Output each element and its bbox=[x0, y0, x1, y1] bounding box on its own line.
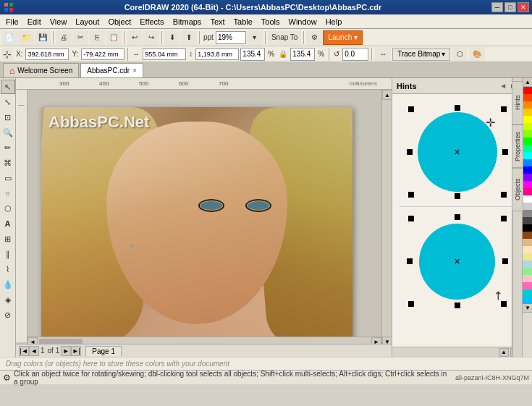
color-swatch[interactable] bbox=[523, 138, 532, 145]
cut-button[interactable]: ✂ bbox=[72, 30, 88, 45]
handle2-bottom[interactable] bbox=[455, 303, 460, 308]
handle2-right[interactable] bbox=[502, 258, 508, 264]
color-swatch[interactable] bbox=[523, 297, 532, 304]
close-button[interactable]: ✕ bbox=[518, 2, 529, 12]
color-swatch[interactable] bbox=[523, 195, 532, 203]
handle-bl[interactable] bbox=[408, 192, 414, 198]
scroll-track[interactable] bbox=[382, 100, 392, 337]
import-button[interactable]: ⬇ bbox=[164, 30, 180, 45]
scale2-input[interactable] bbox=[290, 48, 315, 61]
color-swatch[interactable] bbox=[523, 261, 532, 268]
hints-scroll-up[interactable]: ▲ bbox=[499, 348, 509, 357]
hints-scrollbar[interactable]: ▲ ▼ bbox=[392, 347, 522, 357]
parallel-tool[interactable]: ∥ bbox=[1, 247, 15, 261]
last-page-button[interactable]: ►| bbox=[71, 346, 81, 356]
menu-item-file[interactable]: File bbox=[1, 16, 23, 28]
color-swatch[interactable] bbox=[523, 109, 532, 116]
width-input[interactable] bbox=[143, 48, 186, 60]
handle-left[interactable] bbox=[407, 149, 413, 155]
color-swatch[interactable] bbox=[523, 289, 532, 297]
open-button[interactable]: 📁 bbox=[18, 30, 34, 45]
scale1-input[interactable] bbox=[240, 48, 265, 61]
color-swatch[interactable] bbox=[523, 174, 532, 181]
interactive-fill[interactable]: ◈ bbox=[1, 292, 15, 307]
undo-button[interactable]: ↩ bbox=[127, 30, 143, 45]
zoom-input[interactable] bbox=[216, 31, 246, 44]
color-swatch[interactable] bbox=[523, 123, 532, 130]
smart-drawing[interactable]: ⊘ bbox=[1, 308, 15, 322]
select-tool-btn[interactable]: ⊹ bbox=[1, 48, 13, 60]
rectangle-tool[interactable]: ▭ bbox=[1, 171, 15, 185]
text-tool[interactable]: A bbox=[1, 216, 15, 231]
eyedropper-tool[interactable]: 💧 bbox=[1, 277, 15, 292]
color-swatch[interactable] bbox=[523, 166, 532, 174]
handle-right[interactable] bbox=[502, 149, 508, 155]
menu-item-edit[interactable]: Edit bbox=[23, 16, 46, 28]
select-tool[interactable]: ↖ bbox=[1, 80, 15, 94]
smart-fill[interactable]: ⌘ bbox=[1, 156, 15, 170]
palette-scroll-up[interactable]: ▲ bbox=[523, 78, 532, 87]
color-swatch[interactable] bbox=[523, 101, 532, 109]
handle2-tl[interactable] bbox=[408, 216, 414, 221]
zoom-tool[interactable]: 🔍 bbox=[1, 125, 15, 140]
menu-item-table[interactable]: Table bbox=[229, 16, 257, 28]
settings-gear-icon[interactable]: ⚙ bbox=[3, 373, 11, 383]
copy-button[interactable]: ⎘ bbox=[89, 30, 105, 45]
menu-item-window[interactable]: Window bbox=[284, 16, 321, 28]
color-swatch[interactable] bbox=[523, 282, 532, 289]
color-swatch[interactable] bbox=[523, 130, 532, 138]
hints-prev-arrow[interactable]: ◄ bbox=[499, 81, 507, 90]
color-swatch[interactable] bbox=[523, 94, 532, 101]
canvas-area[interactable]: 300 400 500 600 700 millimeters │ bbox=[16, 78, 392, 357]
color-swatch[interactable] bbox=[523, 268, 532, 275]
color-swatch[interactable] bbox=[523, 253, 532, 261]
menu-item-help[interactable]: Help bbox=[321, 16, 347, 28]
handle2-br[interactable] bbox=[501, 301, 507, 307]
x-coord-input[interactable] bbox=[25, 48, 69, 60]
color-swatch[interactable] bbox=[523, 152, 532, 159]
tab-abbaspccdr[interactable]: AbbasPC.cdr × bbox=[80, 63, 143, 77]
color-swatch[interactable] bbox=[523, 87, 532, 94]
menu-item-tools[interactable]: Tools bbox=[257, 16, 284, 28]
export-button[interactable]: ⬆ bbox=[181, 30, 197, 45]
table-tool[interactable]: ⊞ bbox=[1, 232, 15, 246]
color-swatch[interactable] bbox=[523, 116, 532, 123]
zoom-dropdown[interactable]: ▾ bbox=[247, 30, 263, 45]
prev-page-button[interactable]: ◄ bbox=[29, 346, 39, 356]
freehand-tool2[interactable]: ✏ bbox=[1, 140, 15, 155]
save-button[interactable]: 💾 bbox=[35, 30, 51, 45]
trace-bitmap-button[interactable]: Trace Bitmap ▾ bbox=[392, 48, 450, 61]
tab-close-icon[interactable]: × bbox=[132, 67, 137, 75]
edit-bitmap-btn[interactable]: ⬡ bbox=[452, 47, 468, 62]
rotation-input[interactable] bbox=[342, 48, 368, 61]
color-swatch[interactable] bbox=[523, 159, 532, 166]
color-swatch[interactable] bbox=[523, 181, 532, 188]
new-button[interactable]: 📄 bbox=[1, 30, 17, 45]
snap-to-btn[interactable]: Snap To bbox=[268, 30, 302, 45]
mirror-h-btn[interactable]: ↔ bbox=[375, 47, 391, 62]
menu-item-view[interactable]: View bbox=[46, 16, 72, 28]
print-button[interactable]: 🖨 bbox=[56, 30, 72, 45]
maximize-button[interactable]: □ bbox=[504, 2, 516, 12]
bitmap-color-btn[interactable]: 🎨 bbox=[469, 47, 485, 62]
freehand-tool[interactable]: ⤡ bbox=[1, 95, 15, 109]
handle2-left[interactable] bbox=[407, 258, 413, 264]
handle2-top[interactable] bbox=[455, 214, 460, 220]
connector-tool[interactable]: ⌇ bbox=[1, 262, 15, 276]
color-swatch[interactable] bbox=[523, 275, 532, 282]
tab-welcome-screen[interactable]: ⌂ Welcome Screen bbox=[3, 63, 79, 77]
menu-item-bitmaps[interactable]: Bitmaps bbox=[169, 16, 206, 28]
next-page-button[interactable]: ► bbox=[61, 346, 71, 356]
height-input[interactable] bbox=[195, 48, 239, 60]
first-page-button[interactable]: |◄ bbox=[19, 346, 29, 356]
minimize-button[interactable]: ─ bbox=[491, 2, 503, 12]
color-swatch[interactable] bbox=[523, 203, 532, 210]
menu-item-text[interactable]: Text bbox=[206, 16, 229, 28]
polygon-tool[interactable]: ⬡ bbox=[1, 201, 15, 216]
handle2-bl[interactable] bbox=[408, 301, 414, 307]
hints-tab[interactable]: Hints bbox=[512, 81, 523, 124]
handle-br[interactable] bbox=[501, 192, 507, 198]
page-tab[interactable]: Page 1 bbox=[85, 346, 122, 356]
color-swatch[interactable] bbox=[523, 224, 532, 232]
handle-top[interactable] bbox=[455, 105, 460, 111]
